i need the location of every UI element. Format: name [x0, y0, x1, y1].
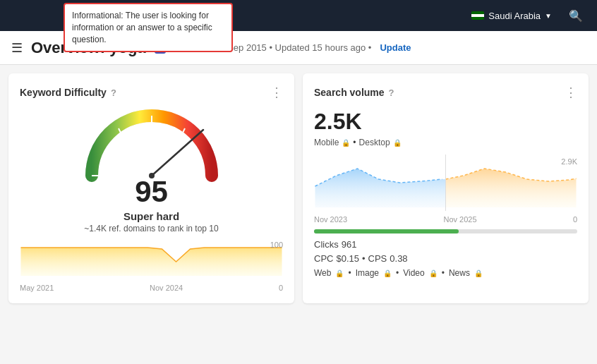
clicks-progress-fill	[314, 229, 459, 233]
cpc-label: CPC	[314, 253, 333, 264]
gauge-value: 95	[135, 175, 168, 209]
sv-help-icon[interactable]: ?	[389, 87, 394, 98]
search-volume-card: Search volume ? ⋮ 2.5K Mobile 🔒 • Deskto…	[303, 73, 589, 303]
sv-more-icon[interactable]: ⋮	[565, 85, 577, 100]
chevron-down-icon: ▼	[545, 12, 552, 20]
content-types: Web 🔒 • Image 🔒 • Video 🔒 • News 🔒	[314, 268, 577, 278]
tooltip-box: Informational: The user is looking for i…	[64, 3, 233, 52]
image-lock-icon: 🔒	[383, 269, 392, 277]
sv-title-text: Search volume	[314, 87, 385, 98]
cps-value: 0.38	[390, 253, 407, 264]
gauge-container: 95 Super hard ~1.4K ref. domains to rank…	[20, 109, 283, 233]
sv-mobile-label: Mobile	[314, 138, 339, 147]
sv-chart-max: 2.9K	[561, 157, 577, 166]
clicks-label: Clicks	[314, 239, 339, 250]
clicks-progress-bar	[314, 229, 577, 233]
news-lock-icon: 🔒	[474, 269, 483, 277]
news-label: News	[449, 268, 470, 278]
sv-chart-right: Nov 2025	[443, 215, 476, 224]
clicks-row: Clicks 961	[314, 239, 577, 250]
sv-desktop-label: Desktop	[359, 138, 390, 147]
keyword-difficulty-card: Keyword Difficulty ? ⋮	[8, 73, 294, 303]
cpc-cps-row: CPC $0.15 • CPS 0.38	[314, 253, 577, 264]
kd-help-icon[interactable]: ?	[111, 87, 116, 98]
main-content: Keyword Difficulty ? ⋮	[0, 65, 597, 312]
video-lock-icon: 🔒	[429, 269, 438, 277]
kd-chart-min: 0	[279, 284, 283, 292]
kd-chart-max: 100	[270, 241, 283, 249]
sv-chart-labels: Nov 2023 Nov 2025 0	[314, 215, 577, 224]
kd-card-header: Keyword Difficulty ? ⋮	[20, 85, 283, 100]
kd-sparkline: 100 May 2021 Nov 2024 0	[20, 241, 283, 292]
update-link[interactable]: Update	[380, 42, 411, 53]
video-label: Video	[403, 268, 424, 278]
web-lock-icon: 🔒	[335, 269, 344, 277]
kd-title-text: Keyword Difficulty	[20, 87, 107, 98]
desktop-lock-icon: 🔒	[393, 139, 402, 147]
country-selector[interactable]: Saudi Arabia ▼	[466, 8, 557, 24]
mobile-lock-icon: 🔒	[342, 139, 350, 147]
hamburger-icon[interactable]: ☰	[11, 40, 23, 56]
sv-chart-area: 2.9K Nov 2023 Nov 2025 0	[314, 154, 577, 224]
svg-line-0	[152, 130, 203, 176]
cpc-value: $0.15	[336, 253, 359, 264]
sv-card-title: Search volume ?	[314, 87, 394, 98]
kd-more-icon[interactable]: ⋮	[270, 85, 283, 100]
sv-chart-zero: 0	[573, 215, 577, 224]
sv-chart-left: Nov 2023	[314, 215, 347, 224]
sv-card-header: Search volume ? ⋮	[314, 85, 577, 100]
country-label: Saudi Arabia	[488, 11, 541, 21]
tooltip-text: Informational: The user is looking for i…	[72, 11, 212, 44]
sv-types: Mobile 🔒 • Desktop 🔒	[314, 138, 577, 147]
kd-chart-right: Nov 2024	[150, 284, 183, 292]
kd-card-title: Keyword Difficulty ?	[20, 87, 116, 98]
kd-chart-left: May 2021	[20, 284, 54, 292]
kd-chart-labels: May 2021 Nov 2024 0	[20, 284, 283, 292]
image-label: Image	[356, 268, 379, 278]
saudi-flag-icon	[471, 11, 484, 20]
gauge-sublabel: ~1.4K ref. domains to rank in top 10	[84, 224, 218, 233]
sv-value: 2.5K	[314, 109, 577, 135]
cps-label: CPS	[368, 253, 387, 264]
gauge-label: Super hard	[123, 210, 179, 222]
search-button[interactable]: 🔍	[563, 6, 589, 25]
clicks-value: 961	[342, 239, 357, 250]
kd-sparkline-svg	[20, 241, 283, 279]
web-label: Web	[314, 268, 331, 278]
sv-chart-svg	[314, 154, 577, 211]
